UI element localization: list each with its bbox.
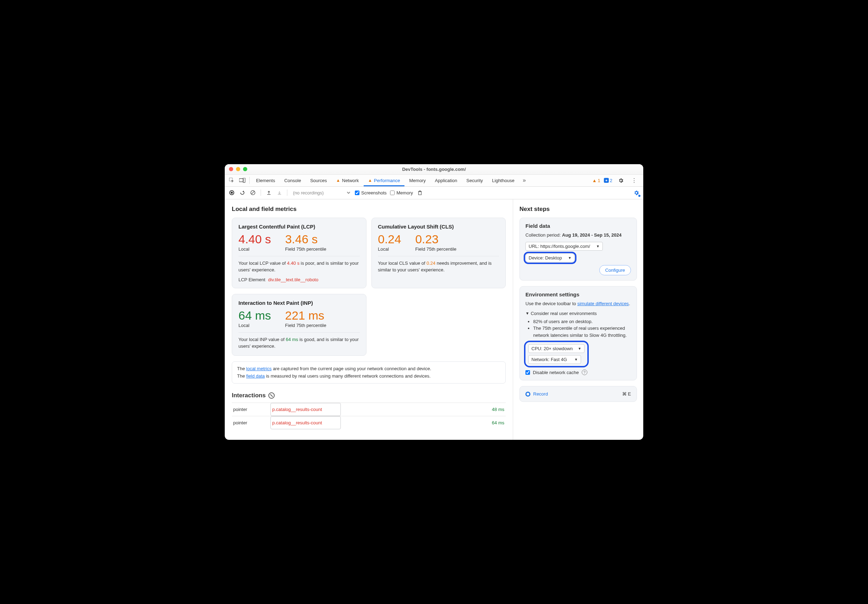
device-toolbar-icon[interactable] xyxy=(237,175,247,185)
garbage-collect-icon[interactable] xyxy=(416,189,423,196)
reload-record-icon[interactable] xyxy=(239,189,246,196)
screenshots-checkbox-input[interactable] xyxy=(355,190,360,195)
tab-network[interactable]: ▲Network xyxy=(332,174,363,186)
kebab-menu-icon[interactable]: ⋮ xyxy=(629,175,639,185)
issues-badge[interactable]: ✦2 xyxy=(604,178,612,183)
devtools-window: DevTools - fonts.google.com/ Elements Co… xyxy=(225,164,643,440)
network-throttling-select[interactable]: Network: Fast 4G▼ xyxy=(528,355,581,364)
cls-local-value: 0.24 xyxy=(378,233,401,245)
local-metrics-link[interactable]: local metrics xyxy=(246,366,271,371)
lcp-card: Largest Contentful Paint (LCP) 4.40 s Lo… xyxy=(232,218,366,288)
tab-performance[interactable]: ▲Performance xyxy=(364,174,404,186)
field-data-title: Field data xyxy=(525,223,631,229)
url-select[interactable]: URL: https://fonts.google.com/▼ xyxy=(525,242,603,251)
lcp-element-row: LCP Elementdiv.tile__text.tile__roboto xyxy=(239,277,360,282)
separator xyxy=(260,189,261,196)
environment-title: Environment settings xyxy=(525,291,631,297)
record-dot-icon xyxy=(525,392,530,396)
field-data-panel: Field data Collection period: Aug 19, 20… xyxy=(519,218,637,281)
env-bullet: 82% of users are on desktop. xyxy=(533,318,631,325)
warnings-badge[interactable]: ▲1 xyxy=(592,178,600,183)
environment-details[interactable]: ▼Consider real user environments 82% of … xyxy=(525,311,631,339)
recordings-select[interactable]: (no recordings) xyxy=(291,190,351,196)
memory-checkbox-input[interactable] xyxy=(390,190,395,195)
upload-icon[interactable] xyxy=(265,189,272,196)
environment-panel: Environment settings Use the device tool… xyxy=(519,286,637,380)
info-icon: ✦ xyxy=(604,178,609,183)
screenshots-label: Screenshots xyxy=(361,190,386,195)
cls-local-label: Local xyxy=(378,246,401,252)
screenshots-checkbox[interactable]: Screenshots xyxy=(355,190,386,195)
device-select[interactable]: Device: Desktop▼ xyxy=(525,254,575,262)
interaction-time: 64 ms xyxy=(477,416,506,430)
cls-field-label: Field 75th percentile xyxy=(415,246,457,252)
tab-sources[interactable]: Sources xyxy=(306,174,331,186)
cpu-throttling-select[interactable]: CPU: 20× slowdown▼ xyxy=(528,344,584,353)
record-panel: Record ⌘ E xyxy=(519,386,637,402)
performance-toolbar: (no recordings) Screenshots Memory xyxy=(225,187,643,199)
cpu-select-label: CPU: 20× slowdown xyxy=(532,346,573,351)
lcp-local-label: Local xyxy=(239,246,271,252)
help-icon[interactable]: ? xyxy=(582,370,587,375)
cls-title: Cumulative Layout Shift (CLS) xyxy=(378,224,499,229)
issues-count: 2 xyxy=(610,178,612,183)
environment-hint: Use the device toolbar to simulate diffe… xyxy=(525,300,631,307)
next-steps-panel: Next steps Field data Collection period:… xyxy=(513,199,643,440)
tab-memory[interactable]: Memory xyxy=(405,174,430,186)
caret-down-icon: ▼ xyxy=(525,311,529,315)
inp-field-label: Field 75th percentile xyxy=(285,323,326,328)
interaction-type: pointer xyxy=(232,403,270,416)
more-tabs-icon[interactable]: » xyxy=(519,175,529,185)
tab-security[interactable]: Security xyxy=(462,174,487,186)
separator xyxy=(250,177,250,184)
interactions-heading-row: Interactions xyxy=(232,392,506,399)
main-pane: Local and field metrics Largest Contentf… xyxy=(225,199,643,440)
collection-period: Collection period: Aug 19, 2024 - Sep 15… xyxy=(525,232,631,239)
environment-summary[interactable]: ▼Consider real user environments xyxy=(525,311,631,316)
warnings-count: 1 xyxy=(598,178,600,183)
titlebar: DevTools - fonts.google.com/ xyxy=(225,164,643,175)
simulate-devices-link[interactable]: simulate different devices xyxy=(577,301,628,306)
svg-point-4 xyxy=(231,192,233,194)
memory-checkbox[interactable]: Memory xyxy=(390,190,413,195)
cls-card: Cumulative Layout Shift (CLS) 0.24 Local… xyxy=(371,218,506,288)
warning-icon: ▲ xyxy=(368,178,372,183)
record-icon[interactable] xyxy=(228,189,235,196)
clear-interactions-icon[interactable] xyxy=(268,392,275,399)
settings-icon[interactable] xyxy=(616,175,626,185)
inp-description: Your local INP value of 64 ms is good, a… xyxy=(239,336,360,350)
disable-cache-checkbox[interactable] xyxy=(525,370,530,375)
tab-elements[interactable]: Elements xyxy=(252,174,279,186)
tab-lighthouse[interactable]: Lighthouse xyxy=(488,174,519,186)
toolbar-settings-icon[interactable] xyxy=(633,189,640,196)
env-bullet: The 75th percentile of real users experi… xyxy=(533,325,631,339)
interaction-selector: p.catalog__results-count xyxy=(270,416,341,429)
record-button[interactable]: Record xyxy=(533,391,548,396)
table-row[interactable]: pointer p.catalog__results-count 64 ms xyxy=(232,416,506,430)
field-data-link[interactable]: field data xyxy=(246,373,265,379)
memory-label: Memory xyxy=(396,190,413,195)
metrics-panel: Local and field metrics Largest Contentf… xyxy=(225,199,513,440)
interaction-type: pointer xyxy=(232,416,270,430)
lcp-element-selector[interactable]: div.tile__text.tile__roboto xyxy=(268,277,318,282)
table-row[interactable]: pointer p.catalog__results-count 48 ms xyxy=(232,403,506,416)
tab-application[interactable]: Application xyxy=(431,174,462,186)
svg-line-6 xyxy=(251,191,254,194)
main-tabbar: Elements Console Sources ▲Network ▲Perfo… xyxy=(225,175,643,187)
chevron-down-icon: ▼ xyxy=(568,256,572,260)
device-select-label: Device: Desktop xyxy=(529,255,562,260)
inp-field-value: 221 ms xyxy=(285,310,326,321)
download-icon[interactable] xyxy=(276,189,283,196)
warning-icon: ▲ xyxy=(592,178,597,183)
inspect-element-icon[interactable] xyxy=(227,175,237,185)
inp-title: Interaction to Next Paint (INP) xyxy=(239,300,360,306)
lcp-description: Your local LCP value of 4.40 s is poor, … xyxy=(239,260,360,274)
configure-button[interactable]: Configure xyxy=(599,265,631,275)
lcp-local-value: 4.40 s xyxy=(239,233,271,245)
metrics-heading: Local and field metrics xyxy=(232,206,506,213)
metrics-note: The local metrics are captured from the … xyxy=(232,361,506,384)
clear-icon[interactable] xyxy=(250,189,256,196)
interactions-heading: Interactions xyxy=(232,392,265,399)
interaction-time: 48 ms xyxy=(477,403,506,416)
tab-console[interactable]: Console xyxy=(280,174,305,186)
